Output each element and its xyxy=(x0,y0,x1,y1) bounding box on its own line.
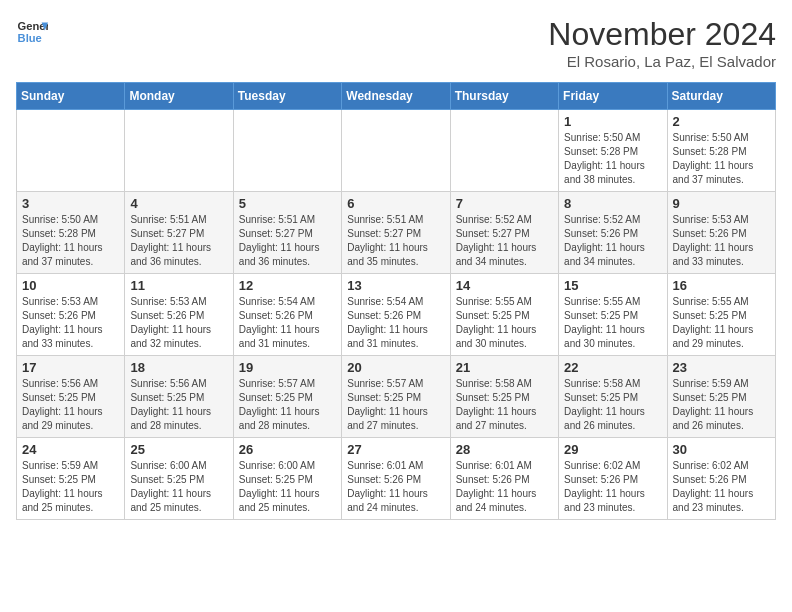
calendar-cell: 8Sunrise: 5:52 AM Sunset: 5:26 PM Daylig… xyxy=(559,192,667,274)
day-number: 6 xyxy=(347,196,444,211)
day-number: 1 xyxy=(564,114,661,129)
day-info: Sunrise: 5:50 AM Sunset: 5:28 PM Dayligh… xyxy=(564,131,661,187)
day-number: 13 xyxy=(347,278,444,293)
week-row-5: 24Sunrise: 5:59 AM Sunset: 5:25 PM Dayli… xyxy=(17,438,776,520)
week-row-3: 10Sunrise: 5:53 AM Sunset: 5:26 PM Dayli… xyxy=(17,274,776,356)
day-info: Sunrise: 6:02 AM Sunset: 5:26 PM Dayligh… xyxy=(564,459,661,515)
svg-text:Blue: Blue xyxy=(18,32,42,44)
calendar-table: SundayMondayTuesdayWednesdayThursdayFrid… xyxy=(16,82,776,520)
weekday-header-tuesday: Tuesday xyxy=(233,83,341,110)
day-number: 8 xyxy=(564,196,661,211)
day-info: Sunrise: 5:53 AM Sunset: 5:26 PM Dayligh… xyxy=(22,295,119,351)
calendar-cell: 28Sunrise: 6:01 AM Sunset: 5:26 PM Dayli… xyxy=(450,438,558,520)
weekday-header-wednesday: Wednesday xyxy=(342,83,450,110)
day-number: 24 xyxy=(22,442,119,457)
day-number: 12 xyxy=(239,278,336,293)
week-row-2: 3Sunrise: 5:50 AM Sunset: 5:28 PM Daylig… xyxy=(17,192,776,274)
calendar-cell xyxy=(450,110,558,192)
day-info: Sunrise: 5:59 AM Sunset: 5:25 PM Dayligh… xyxy=(673,377,770,433)
weekday-header-monday: Monday xyxy=(125,83,233,110)
day-number: 30 xyxy=(673,442,770,457)
calendar-cell: 10Sunrise: 5:53 AM Sunset: 5:26 PM Dayli… xyxy=(17,274,125,356)
calendar-cell: 22Sunrise: 5:58 AM Sunset: 5:25 PM Dayli… xyxy=(559,356,667,438)
day-number: 23 xyxy=(673,360,770,375)
weekday-header-sunday: Sunday xyxy=(17,83,125,110)
day-info: Sunrise: 6:01 AM Sunset: 5:26 PM Dayligh… xyxy=(347,459,444,515)
day-info: Sunrise: 5:59 AM Sunset: 5:25 PM Dayligh… xyxy=(22,459,119,515)
day-info: Sunrise: 5:52 AM Sunset: 5:26 PM Dayligh… xyxy=(564,213,661,269)
day-number: 29 xyxy=(564,442,661,457)
subtitle: El Rosario, La Paz, El Salvador xyxy=(548,53,776,70)
calendar-cell xyxy=(342,110,450,192)
day-number: 9 xyxy=(673,196,770,211)
calendar-cell: 15Sunrise: 5:55 AM Sunset: 5:25 PM Dayli… xyxy=(559,274,667,356)
weekday-row: SundayMondayTuesdayWednesdayThursdayFrid… xyxy=(17,83,776,110)
calendar-header: SundayMondayTuesdayWednesdayThursdayFrid… xyxy=(17,83,776,110)
day-number: 14 xyxy=(456,278,553,293)
day-info: Sunrise: 5:51 AM Sunset: 5:27 PM Dayligh… xyxy=(239,213,336,269)
day-info: Sunrise: 5:55 AM Sunset: 5:25 PM Dayligh… xyxy=(564,295,661,351)
calendar-cell: 11Sunrise: 5:53 AM Sunset: 5:26 PM Dayli… xyxy=(125,274,233,356)
week-row-4: 17Sunrise: 5:56 AM Sunset: 5:25 PM Dayli… xyxy=(17,356,776,438)
logo-icon: General Blue xyxy=(16,16,48,48)
main-title: November 2024 xyxy=(548,16,776,53)
day-number: 16 xyxy=(673,278,770,293)
day-info: Sunrise: 5:52 AM Sunset: 5:27 PM Dayligh… xyxy=(456,213,553,269)
calendar-cell: 29Sunrise: 6:02 AM Sunset: 5:26 PM Dayli… xyxy=(559,438,667,520)
calendar-cell: 7Sunrise: 5:52 AM Sunset: 5:27 PM Daylig… xyxy=(450,192,558,274)
calendar-cell xyxy=(125,110,233,192)
calendar-cell: 17Sunrise: 5:56 AM Sunset: 5:25 PM Dayli… xyxy=(17,356,125,438)
calendar-cell: 25Sunrise: 6:00 AM Sunset: 5:25 PM Dayli… xyxy=(125,438,233,520)
day-number: 26 xyxy=(239,442,336,457)
calendar-cell xyxy=(233,110,341,192)
day-info: Sunrise: 5:51 AM Sunset: 5:27 PM Dayligh… xyxy=(347,213,444,269)
day-number: 10 xyxy=(22,278,119,293)
calendar-cell: 20Sunrise: 5:57 AM Sunset: 5:25 PM Dayli… xyxy=(342,356,450,438)
calendar-cell: 5Sunrise: 5:51 AM Sunset: 5:27 PM Daylig… xyxy=(233,192,341,274)
calendar-cell: 9Sunrise: 5:53 AM Sunset: 5:26 PM Daylig… xyxy=(667,192,775,274)
day-number: 18 xyxy=(130,360,227,375)
day-info: Sunrise: 5:54 AM Sunset: 5:26 PM Dayligh… xyxy=(347,295,444,351)
calendar-cell: 27Sunrise: 6:01 AM Sunset: 5:26 PM Dayli… xyxy=(342,438,450,520)
day-info: Sunrise: 6:01 AM Sunset: 5:26 PM Dayligh… xyxy=(456,459,553,515)
day-number: 27 xyxy=(347,442,444,457)
calendar-cell: 2Sunrise: 5:50 AM Sunset: 5:28 PM Daylig… xyxy=(667,110,775,192)
day-info: Sunrise: 6:00 AM Sunset: 5:25 PM Dayligh… xyxy=(239,459,336,515)
day-number: 17 xyxy=(22,360,119,375)
day-info: Sunrise: 5:53 AM Sunset: 5:26 PM Dayligh… xyxy=(673,213,770,269)
calendar-cell: 19Sunrise: 5:57 AM Sunset: 5:25 PM Dayli… xyxy=(233,356,341,438)
calendar-body: 1Sunrise: 5:50 AM Sunset: 5:28 PM Daylig… xyxy=(17,110,776,520)
day-info: Sunrise: 5:56 AM Sunset: 5:25 PM Dayligh… xyxy=(22,377,119,433)
calendar-cell xyxy=(17,110,125,192)
title-section: November 2024 El Rosario, La Paz, El Sal… xyxy=(548,16,776,70)
day-info: Sunrise: 5:51 AM Sunset: 5:27 PM Dayligh… xyxy=(130,213,227,269)
day-number: 19 xyxy=(239,360,336,375)
day-number: 2 xyxy=(673,114,770,129)
day-number: 5 xyxy=(239,196,336,211)
calendar-cell: 14Sunrise: 5:55 AM Sunset: 5:25 PM Dayli… xyxy=(450,274,558,356)
day-info: Sunrise: 5:57 AM Sunset: 5:25 PM Dayligh… xyxy=(239,377,336,433)
day-info: Sunrise: 6:00 AM Sunset: 5:25 PM Dayligh… xyxy=(130,459,227,515)
calendar-cell: 30Sunrise: 6:02 AM Sunset: 5:26 PM Dayli… xyxy=(667,438,775,520)
day-number: 22 xyxy=(564,360,661,375)
calendar-cell: 6Sunrise: 5:51 AM Sunset: 5:27 PM Daylig… xyxy=(342,192,450,274)
day-info: Sunrise: 5:56 AM Sunset: 5:25 PM Dayligh… xyxy=(130,377,227,433)
day-number: 25 xyxy=(130,442,227,457)
page-header: General Blue November 2024 El Rosario, L… xyxy=(16,16,776,70)
day-info: Sunrise: 5:53 AM Sunset: 5:26 PM Dayligh… xyxy=(130,295,227,351)
weekday-header-saturday: Saturday xyxy=(667,83,775,110)
day-info: Sunrise: 5:54 AM Sunset: 5:26 PM Dayligh… xyxy=(239,295,336,351)
logo: General Blue xyxy=(16,16,48,48)
day-info: Sunrise: 5:55 AM Sunset: 5:25 PM Dayligh… xyxy=(673,295,770,351)
day-info: Sunrise: 5:58 AM Sunset: 5:25 PM Dayligh… xyxy=(456,377,553,433)
calendar-cell: 12Sunrise: 5:54 AM Sunset: 5:26 PM Dayli… xyxy=(233,274,341,356)
calendar-cell: 4Sunrise: 5:51 AM Sunset: 5:27 PM Daylig… xyxy=(125,192,233,274)
day-number: 15 xyxy=(564,278,661,293)
weekday-header-thursday: Thursday xyxy=(450,83,558,110)
day-number: 28 xyxy=(456,442,553,457)
calendar-cell: 1Sunrise: 5:50 AM Sunset: 5:28 PM Daylig… xyxy=(559,110,667,192)
calendar-cell: 21Sunrise: 5:58 AM Sunset: 5:25 PM Dayli… xyxy=(450,356,558,438)
day-number: 7 xyxy=(456,196,553,211)
calendar-cell: 13Sunrise: 5:54 AM Sunset: 5:26 PM Dayli… xyxy=(342,274,450,356)
calendar-cell: 23Sunrise: 5:59 AM Sunset: 5:25 PM Dayli… xyxy=(667,356,775,438)
